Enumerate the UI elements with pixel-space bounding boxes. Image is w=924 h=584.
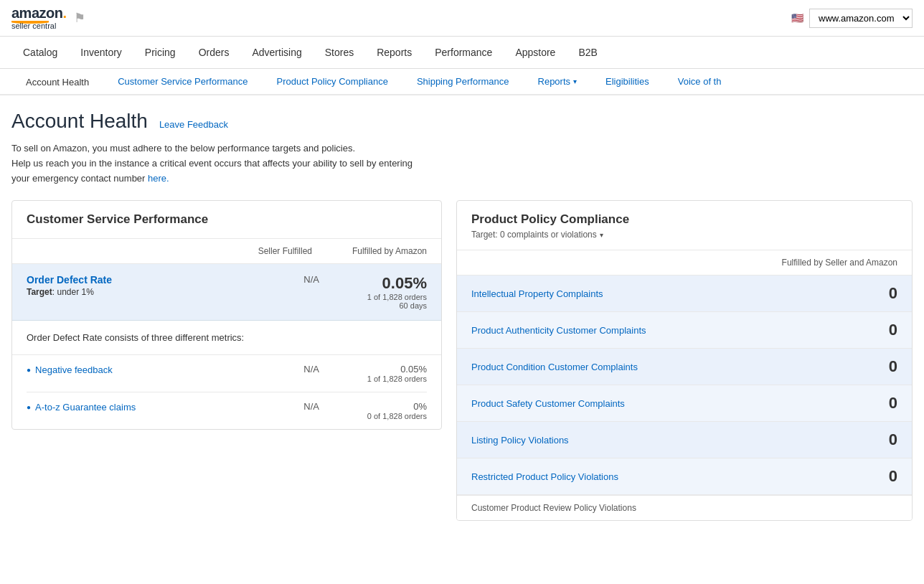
ppc-row-restricted: Restricted Product Policy Violations 0 — [457, 458, 912, 495]
reports-caret: ▾ — [573, 77, 577, 85]
nav-catalog[interactable]: Catalog — [11, 37, 69, 68]
us-flag: 🇺🇸 — [791, 12, 803, 24]
listing-link[interactable]: Listing Policy Violations — [471, 435, 569, 446]
atoz-link[interactable]: A-to-z Guarantee claims — [35, 402, 136, 413]
ppc-title: Product Policy Compliance — [471, 212, 897, 227]
bullet-icon: ● — [27, 403, 31, 411]
logo-area: amazon. seller central ⚑ — [11, 6, 85, 30]
odr-label: Order Defect Rate Target: under 1% — [27, 274, 233, 297]
panels-row: Customer Service Performance Seller Fulf… — [11, 200, 913, 521]
ppc-target: Target: 0 complaints or violations ▾ — [471, 230, 897, 250]
product-policy-panel: Product Policy Compliance Target: 0 comp… — [456, 200, 913, 521]
flag-icon: ⚑ — [74, 10, 85, 26]
col-seller-fulfilled: Seller Fulfilled — [226, 246, 312, 256]
metrics-list: ● Negative feedback N/A 0.05% 1 of 1,828… — [12, 355, 441, 429]
nav-advertising[interactable]: Advertising — [240, 37, 313, 68]
odr-description: Order Defect Rate consists of three diff… — [12, 321, 441, 355]
ppc-row-ip: Intellectual Property Complaints 0 — [457, 275, 912, 312]
ppc-header: Product Policy Compliance Target: 0 comp… — [457, 201, 912, 250]
odr-seller-value: N/A — [233, 274, 319, 285]
nav-orders[interactable]: Orders — [187, 37, 241, 68]
nav-inventory[interactable]: Inventory — [69, 37, 133, 68]
top-bar: amazon. seller central ⚑ 🇺🇸 www.amazon.c… — [0, 0, 924, 37]
col-fulfilled-amazon: Fulfilled by Amazon — [341, 246, 427, 256]
ppc-row-authenticity: Product Authenticity Customer Complaints… — [457, 312, 912, 349]
subnav-customer-service[interactable]: Customer Service Performance — [103, 69, 262, 95]
ppc-row-safety: Product Safety Customer Complaints 0 — [457, 385, 912, 422]
listing-val: 0 — [869, 430, 897, 449]
sub-nav: Account Health Customer Service Performa… — [0, 69, 924, 95]
authenticity-link[interactable]: Product Authenticity Customer Complaints — [471, 325, 646, 336]
ip-complaints-link[interactable]: Intellectual Property Complaints — [471, 288, 603, 299]
condition-link[interactable]: Product Condition Customer Complaints — [471, 362, 638, 372]
emergency-contact-link[interactable]: here. — [148, 173, 169, 184]
odr-link[interactable]: Order Defect Rate — [27, 274, 112, 286]
page-description: To sell on Amazon, you must adhere to th… — [11, 141, 913, 186]
nav-reports[interactable]: Reports — [365, 37, 423, 68]
restricted-link[interactable]: Restricted Product Policy Violations — [471, 471, 618, 482]
ppc-col-header: Fulfilled by Seller and Amazon — [457, 250, 912, 275]
ppc-target-caret[interactable]: ▾ — [600, 231, 603, 239]
nav-performance[interactable]: Performance — [423, 37, 504, 68]
nav-pricing[interactable]: Pricing — [133, 37, 187, 68]
ppc-row-listing: Listing Policy Violations 0 — [457, 422, 912, 458]
csp-column-headers: Seller Fulfilled Fulfilled by Amazon — [12, 239, 441, 264]
csp-header: Customer Service Performance — [12, 201, 441, 239]
nf-seller-val: N/A — [233, 364, 319, 375]
condition-val: 0 — [869, 357, 897, 376]
odr-row: Order Defect Rate Target: under 1% N/A 0… — [12, 264, 441, 321]
bullet-icon: ● — [27, 366, 31, 374]
ppc-bottom-hint: Customer Product Review Policy Violation… — [457, 495, 912, 520]
domain-select[interactable]: www.amazon.com — [809, 9, 913, 28]
metric-atoz: ● A-to-z Guarantee claims N/A 0% 0 of 1,… — [27, 392, 427, 429]
safety-val: 0 — [869, 394, 897, 413]
page-content: Account Health Leave Feedback To sell on… — [0, 95, 924, 535]
subnav-voice[interactable]: Voice of the Customer — [664, 69, 721, 95]
nav-appstore[interactable]: Appstore — [504, 37, 567, 68]
amazon-logo[interactable]: amazon. seller central — [11, 6, 67, 30]
subnav-reports[interactable]: Reports ▾ — [524, 69, 592, 95]
csp-title: Customer Service Performance — [27, 212, 427, 227]
restricted-val: 0 — [869, 467, 897, 486]
page-title-row: Account Health Leave Feedback — [11, 110, 913, 133]
page-title: Account Health — [11, 110, 148, 133]
safety-link[interactable]: Product Safety Customer Complaints — [471, 398, 625, 409]
metric-negative-feedback: ● Negative feedback N/A 0.05% 1 of 1,828… — [27, 355, 427, 392]
ppc-row-condition: Product Condition Customer Complaints 0 — [457, 349, 912, 385]
ip-complaints-val: 0 — [869, 284, 897, 303]
subnav-shipping[interactable]: Shipping Performance — [402, 69, 524, 95]
subnav-product-policy[interactable]: Product Policy Compliance — [263, 69, 402, 95]
top-right: 🇺🇸 www.amazon.com — [791, 9, 913, 28]
subnav-eligibilities[interactable]: Eligibilities — [591, 69, 664, 95]
main-nav: Catalog Inventory Pricing Orders Adverti… — [0, 37, 924, 69]
atoz-amazon-val: 0% 0 of 1,828 orders — [319, 401, 427, 420]
authenticity-val: 0 — [869, 321, 897, 339]
nav-b2b[interactable]: B2B — [567, 37, 608, 68]
subnav-account-health[interactable]: Account Health — [11, 70, 103, 95]
leave-feedback-link[interactable]: Leave Feedback — [159, 119, 228, 130]
nav-stores[interactable]: Stores — [314, 37, 365, 68]
odr-amazon-value: 0.05% 1 of 1,828 orders 60 days — [319, 274, 427, 310]
atoz-seller-val: N/A — [233, 401, 319, 412]
negative-feedback-link[interactable]: Negative feedback — [35, 364, 113, 375]
nf-amazon-val: 0.05% 1 of 1,828 orders — [319, 364, 427, 383]
customer-service-panel: Customer Service Performance Seller Fulf… — [11, 200, 442, 430]
